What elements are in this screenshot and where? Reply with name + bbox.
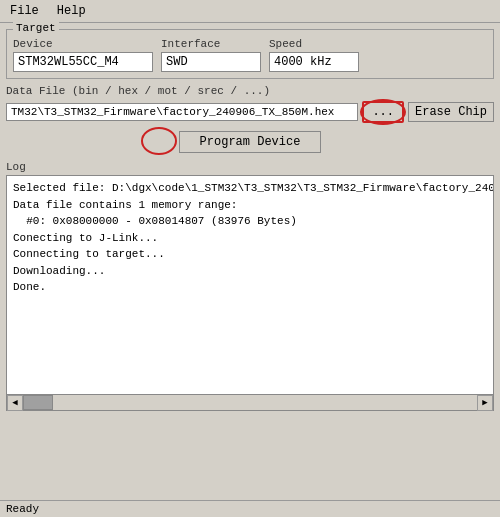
data-file-label: Data File (bin / hex / mot / srec / ...): [6, 85, 494, 97]
scroll-thumb[interactable]: [23, 395, 53, 410]
menu-bar: File Help: [0, 0, 500, 23]
speed-label: Speed: [269, 38, 359, 50]
target-group: Target Device Interface Speed: [6, 29, 494, 79]
device-label: Device: [13, 38, 153, 50]
menu-help[interactable]: Help: [53, 2, 90, 20]
scroll-left-arrow[interactable]: ◀: [7, 395, 23, 411]
data-file-section: Data File (bin / hex / mot / srec / ...)…: [6, 85, 494, 123]
target-fields-row: Device Interface Speed: [13, 38, 487, 72]
program-circle-annotation: [141, 127, 177, 155]
interface-label: Interface: [161, 38, 261, 50]
erase-chip-button[interactable]: Erase Chip: [408, 102, 494, 122]
speed-input[interactable]: [269, 52, 359, 72]
data-file-input[interactable]: [6, 103, 358, 121]
log-label: Log: [6, 161, 494, 173]
data-file-row: ... Erase Chip: [6, 101, 494, 123]
main-content: Target Device Interface Speed Data File …: [0, 23, 500, 417]
browse-button[interactable]: ...: [362, 101, 404, 123]
interface-field: Interface: [161, 38, 261, 72]
device-field: Device: [13, 38, 153, 72]
program-row: Program Device: [6, 129, 494, 155]
scroll-right-arrow[interactable]: ▶: [477, 395, 493, 411]
menu-file[interactable]: File: [6, 2, 43, 20]
scroll-track[interactable]: [23, 395, 477, 410]
speed-field: Speed: [269, 38, 359, 72]
log-section: Log Selected file: D:\dgx\code\1_STM32\T…: [6, 161, 494, 411]
program-device-button[interactable]: Program Device: [179, 131, 322, 153]
log-box: Selected file: D:\dgx\code\1_STM32\T3_ST…: [6, 175, 494, 395]
target-group-label: Target: [13, 22, 59, 34]
status-text: Ready: [6, 503, 39, 515]
horizontal-scrollbar[interactable]: ◀ ▶: [6, 395, 494, 411]
interface-input[interactable]: [161, 52, 261, 72]
device-input[interactable]: [13, 52, 153, 72]
status-bar: Ready: [0, 500, 500, 517]
